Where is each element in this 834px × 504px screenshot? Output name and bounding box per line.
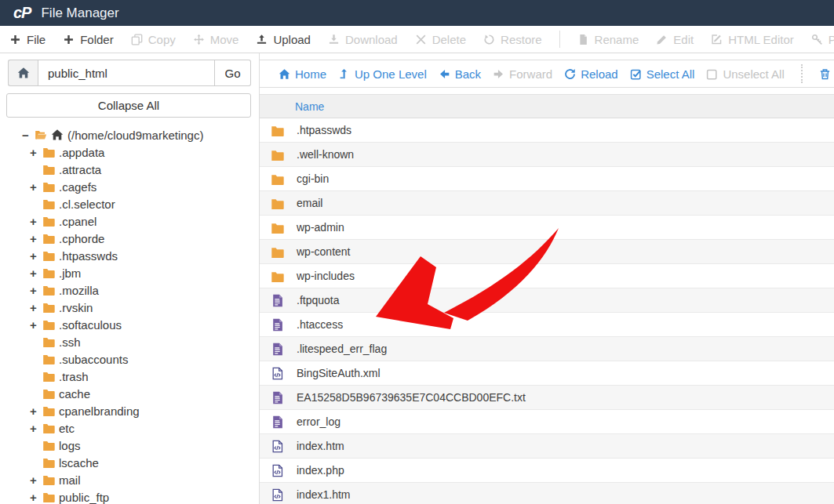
tree-item[interactable]: + cache: [0, 385, 259, 402]
tree-item[interactable]: + mail: [0, 471, 259, 488]
table-row[interactable]: .htaccess: [260, 313, 834, 337]
tree-item[interactable]: + .cphorde: [0, 230, 259, 247]
folder-icon: [271, 197, 284, 210]
table-row[interactable]: cgi-bin: [260, 167, 834, 191]
tree-item[interactable]: + .htpasswds: [0, 247, 259, 264]
folder-icon: [42, 215, 55, 227]
table-row[interactable]: index.htm: [260, 434, 834, 459]
tree-item[interactable]: + .ssh: [0, 333, 259, 350]
text-file-icon: [271, 294, 284, 307]
toolbar-button[interactable]: Rename: [577, 33, 639, 46]
move-icon: [193, 34, 205, 45]
expand-toggle[interactable]: +: [28, 180, 38, 194]
table-row[interactable]: wp-admin: [260, 216, 834, 240]
toolbar-button[interactable]: Download: [328, 33, 398, 46]
path-home-button[interactable]: [8, 60, 38, 86]
expand-toggle[interactable]: +: [28, 301, 38, 314]
file-name: .well-known: [297, 148, 354, 161]
tree-item[interactable]: + lscache: [0, 454, 259, 471]
nav-button[interactable]: Select All: [630, 67, 695, 81]
tree-root-item[interactable]: − (/home/cloud9marketingc): [0, 126, 259, 143]
nav-button[interactable]: Home: [279, 67, 326, 81]
tree-item[interactable]: + .attracta: [0, 161, 259, 178]
tree-item[interactable]: + .cpanel: [0, 212, 259, 230]
folder-icon: [42, 473, 55, 486]
edit-icon: [656, 34, 668, 45]
nav-button-label: Up One Level: [355, 67, 427, 81]
file-name: .htaccess: [297, 318, 343, 331]
file-name: .ftpquota: [297, 294, 340, 306]
tree-item[interactable]: + .appdata: [0, 143, 259, 161]
toolbar-button-label: File: [27, 33, 46, 46]
table-row[interactable]: wp-content: [260, 240, 834, 264]
tree-item[interactable]: + .subaccounts: [0, 350, 259, 368]
tree-item[interactable]: + .cagefs: [0, 178, 259, 195]
expand-toggle[interactable]: +: [28, 249, 38, 263]
tree-item[interactable]: + .rvskin: [0, 299, 259, 316]
expand-toggle[interactable]: +: [28, 232, 38, 245]
toolbar-button[interactable]: Upload: [256, 33, 311, 46]
tree-item[interactable]: + .softaculous: [0, 316, 259, 333]
toolbar-button[interactable]: HTML Editor: [711, 33, 794, 46]
expand-toggle[interactable]: +: [28, 422, 38, 435]
table-row[interactable]: EA15258D5B96739635E7C04CCBD00EFC.txt: [260, 386, 834, 410]
tree-item[interactable]: + .cl.selector: [0, 195, 259, 212]
expand-toggle[interactable]: +: [28, 267, 38, 280]
tree-item[interactable]: + .jbm: [0, 264, 259, 281]
toolbar-button[interactable]: Delete: [415, 33, 466, 46]
cpanel-logo: cP: [13, 4, 31, 22]
tree-item[interactable]: + logs: [0, 437, 259, 454]
expand-toggle[interactable]: +: [28, 404, 38, 418]
go-button[interactable]: Go: [215, 60, 251, 86]
table-row[interactable]: error_log: [260, 410, 834, 434]
toolbar-button[interactable]: Copy: [131, 33, 176, 46]
tree-item[interactable]: + cpanelbranding: [0, 402, 259, 419]
nav-button[interactable]: Up One Level: [338, 67, 427, 81]
nav-button[interactable]: Back: [439, 67, 481, 81]
table-row[interactable]: index1.htm: [260, 483, 834, 504]
directory-tree: − (/home/cloud9marketingc) + .appdata + …: [0, 126, 259, 504]
folder-icon: [42, 387, 55, 400]
table-row[interactable]: wp-includes: [260, 264, 834, 288]
unselect-all-icon: [706, 68, 718, 80]
expand-toggle[interactable]: +: [28, 146, 38, 159]
expand-toggle[interactable]: +: [28, 318, 38, 332]
toolbar-button[interactable]: Edit: [656, 33, 694, 46]
tree-item-label: .cl.selector: [59, 198, 115, 211]
tree-item[interactable]: + etc: [0, 419, 259, 437]
toolbar-divider: [559, 31, 560, 48]
toolbar-button[interactable]: File: [9, 33, 46, 46]
table-row[interactable]: .ftpquota: [260, 288, 834, 313]
toolbar-button[interactable]: Restore: [483, 33, 542, 46]
expand-toggle[interactable]: +: [28, 473, 38, 487]
collapse-all-button[interactable]: Collapse All: [6, 93, 251, 118]
tree-item[interactable]: + .mozilla: [0, 281, 259, 299]
tree-item[interactable]: + public_ftp: [0, 488, 259, 504]
nav-button[interactable]: Unselect All: [706, 67, 784, 81]
nav-button[interactable]: View Trash: [819, 67, 834, 81]
name-column-header[interactable]: Name: [295, 100, 324, 113]
collapse-toggle[interactable]: −: [20, 129, 31, 142]
folder-icon: [271, 221, 284, 234]
nav-button[interactable]: Reload: [564, 67, 618, 81]
folder-icon: [42, 456, 55, 469]
toolbar-button[interactable]: Permissions: [811, 33, 834, 46]
file-name: wp-admin: [297, 221, 344, 234]
tree-item-label: lscache: [59, 456, 99, 470]
table-row[interactable]: email: [260, 191, 834, 216]
toolbar-button-label: Edit: [673, 33, 694, 46]
table-row[interactable]: .htpasswds: [260, 118, 834, 143]
nav-button[interactable]: Forward: [493, 67, 552, 81]
table-row[interactable]: .well-known: [260, 143, 834, 167]
expand-toggle[interactable]: +: [28, 491, 38, 504]
table-row[interactable]: index.php: [260, 459, 834, 483]
toolbar-button[interactable]: Folder: [63, 33, 114, 46]
table-row[interactable]: BingSiteAuth.xml: [260, 361, 834, 386]
expand-toggle[interactable]: +: [28, 215, 38, 228]
expand-toggle[interactable]: +: [28, 284, 38, 297]
tree-item[interactable]: + .trash: [0, 368, 259, 385]
folder-icon: [42, 267, 55, 279]
toolbar-button[interactable]: Move: [193, 33, 239, 46]
table-row[interactable]: .litespeed_err_flag: [260, 337, 834, 361]
path-input[interactable]: [38, 60, 215, 86]
